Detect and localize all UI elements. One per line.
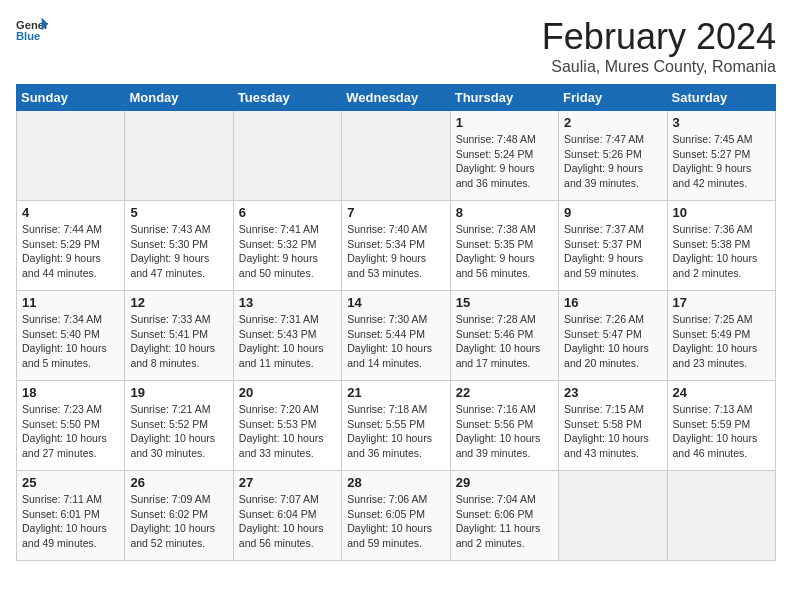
calendar-cell: 21Sunrise: 7:18 AMSunset: 5:55 PMDayligh…	[342, 381, 450, 471]
day-number: 27	[239, 475, 336, 490]
day-number: 16	[564, 295, 661, 310]
day-info: Sunrise: 7:18 AMSunset: 5:55 PMDaylight:…	[347, 402, 444, 461]
calendar-cell: 12Sunrise: 7:33 AMSunset: 5:41 PMDayligh…	[125, 291, 233, 381]
day-number: 6	[239, 205, 336, 220]
day-info: Sunrise: 7:04 AMSunset: 6:06 PMDaylight:…	[456, 492, 553, 551]
calendar-cell: 16Sunrise: 7:26 AMSunset: 5:47 PMDayligh…	[559, 291, 667, 381]
day-info: Sunrise: 7:06 AMSunset: 6:05 PMDaylight:…	[347, 492, 444, 551]
day-number: 1	[456, 115, 553, 130]
calendar-cell: 6Sunrise: 7:41 AMSunset: 5:32 PMDaylight…	[233, 201, 341, 291]
calendar-cell: 26Sunrise: 7:09 AMSunset: 6:02 PMDayligh…	[125, 471, 233, 561]
calendar-cell: 2Sunrise: 7:47 AMSunset: 5:26 PMDaylight…	[559, 111, 667, 201]
day-header-tuesday: Tuesday	[233, 85, 341, 111]
location-title: Saulia, Mures County, Romania	[542, 58, 776, 76]
calendar-cell: 13Sunrise: 7:31 AMSunset: 5:43 PMDayligh…	[233, 291, 341, 381]
day-info: Sunrise: 7:15 AMSunset: 5:58 PMDaylight:…	[564, 402, 661, 461]
day-info: Sunrise: 7:37 AMSunset: 5:37 PMDaylight:…	[564, 222, 661, 281]
day-info: Sunrise: 7:26 AMSunset: 5:47 PMDaylight:…	[564, 312, 661, 371]
day-number: 19	[130, 385, 227, 400]
day-header-friday: Friday	[559, 85, 667, 111]
logo: General Blue	[16, 16, 48, 44]
calendar-cell: 23Sunrise: 7:15 AMSunset: 5:58 PMDayligh…	[559, 381, 667, 471]
page-header: General Blue February 2024 Saulia, Mures…	[16, 16, 776, 76]
day-info: Sunrise: 7:44 AMSunset: 5:29 PMDaylight:…	[22, 222, 119, 281]
calendar-cell: 19Sunrise: 7:21 AMSunset: 5:52 PMDayligh…	[125, 381, 233, 471]
calendar-cell: 18Sunrise: 7:23 AMSunset: 5:50 PMDayligh…	[17, 381, 125, 471]
day-header-thursday: Thursday	[450, 85, 558, 111]
calendar-cell: 14Sunrise: 7:30 AMSunset: 5:44 PMDayligh…	[342, 291, 450, 381]
calendar-week-row: 11Sunrise: 7:34 AMSunset: 5:40 PMDayligh…	[17, 291, 776, 381]
calendar-cell: 9Sunrise: 7:37 AMSunset: 5:37 PMDaylight…	[559, 201, 667, 291]
calendar-cell: 20Sunrise: 7:20 AMSunset: 5:53 PMDayligh…	[233, 381, 341, 471]
day-number: 21	[347, 385, 444, 400]
calendar-cell	[667, 471, 775, 561]
calendar-cell: 10Sunrise: 7:36 AMSunset: 5:38 PMDayligh…	[667, 201, 775, 291]
calendar-cell: 22Sunrise: 7:16 AMSunset: 5:56 PMDayligh…	[450, 381, 558, 471]
calendar-cell: 11Sunrise: 7:34 AMSunset: 5:40 PMDayligh…	[17, 291, 125, 381]
day-number: 13	[239, 295, 336, 310]
day-info: Sunrise: 7:21 AMSunset: 5:52 PMDaylight:…	[130, 402, 227, 461]
day-number: 7	[347, 205, 444, 220]
calendar-cell: 24Sunrise: 7:13 AMSunset: 5:59 PMDayligh…	[667, 381, 775, 471]
day-number: 20	[239, 385, 336, 400]
day-number: 17	[673, 295, 770, 310]
calendar-cell: 1Sunrise: 7:48 AMSunset: 5:24 PMDaylight…	[450, 111, 558, 201]
day-header-wednesday: Wednesday	[342, 85, 450, 111]
calendar-table: SundayMondayTuesdayWednesdayThursdayFrid…	[16, 84, 776, 561]
calendar-cell: 27Sunrise: 7:07 AMSunset: 6:04 PMDayligh…	[233, 471, 341, 561]
month-title: February 2024	[542, 16, 776, 58]
calendar-cell	[125, 111, 233, 201]
calendar-cell: 7Sunrise: 7:40 AMSunset: 5:34 PMDaylight…	[342, 201, 450, 291]
day-number: 22	[456, 385, 553, 400]
calendar-cell: 17Sunrise: 7:25 AMSunset: 5:49 PMDayligh…	[667, 291, 775, 381]
day-number: 12	[130, 295, 227, 310]
day-header-monday: Monday	[125, 85, 233, 111]
day-number: 23	[564, 385, 661, 400]
day-number: 3	[673, 115, 770, 130]
calendar-week-row: 25Sunrise: 7:11 AMSunset: 6:01 PMDayligh…	[17, 471, 776, 561]
day-info: Sunrise: 7:45 AMSunset: 5:27 PMDaylight:…	[673, 132, 770, 191]
calendar-week-row: 1Sunrise: 7:48 AMSunset: 5:24 PMDaylight…	[17, 111, 776, 201]
day-number: 15	[456, 295, 553, 310]
calendar-cell	[342, 111, 450, 201]
day-number: 18	[22, 385, 119, 400]
calendar-cell: 29Sunrise: 7:04 AMSunset: 6:06 PMDayligh…	[450, 471, 558, 561]
day-number: 11	[22, 295, 119, 310]
calendar-cell: 4Sunrise: 7:44 AMSunset: 5:29 PMDaylight…	[17, 201, 125, 291]
day-info: Sunrise: 7:38 AMSunset: 5:35 PMDaylight:…	[456, 222, 553, 281]
day-info: Sunrise: 7:11 AMSunset: 6:01 PMDaylight:…	[22, 492, 119, 551]
day-info: Sunrise: 7:30 AMSunset: 5:44 PMDaylight:…	[347, 312, 444, 371]
day-info: Sunrise: 7:40 AMSunset: 5:34 PMDaylight:…	[347, 222, 444, 281]
calendar-cell: 28Sunrise: 7:06 AMSunset: 6:05 PMDayligh…	[342, 471, 450, 561]
day-number: 5	[130, 205, 227, 220]
day-number: 10	[673, 205, 770, 220]
calendar-cell: 8Sunrise: 7:38 AMSunset: 5:35 PMDaylight…	[450, 201, 558, 291]
day-info: Sunrise: 7:20 AMSunset: 5:53 PMDaylight:…	[239, 402, 336, 461]
calendar-cell: 25Sunrise: 7:11 AMSunset: 6:01 PMDayligh…	[17, 471, 125, 561]
day-number: 4	[22, 205, 119, 220]
day-info: Sunrise: 7:23 AMSunset: 5:50 PMDaylight:…	[22, 402, 119, 461]
day-info: Sunrise: 7:07 AMSunset: 6:04 PMDaylight:…	[239, 492, 336, 551]
day-number: 28	[347, 475, 444, 490]
title-area: February 2024 Saulia, Mures County, Roma…	[542, 16, 776, 76]
calendar-cell	[17, 111, 125, 201]
day-number: 14	[347, 295, 444, 310]
calendar-cell	[559, 471, 667, 561]
svg-text:Blue: Blue	[16, 30, 40, 42]
day-info: Sunrise: 7:09 AMSunset: 6:02 PMDaylight:…	[130, 492, 227, 551]
day-info: Sunrise: 7:43 AMSunset: 5:30 PMDaylight:…	[130, 222, 227, 281]
day-info: Sunrise: 7:28 AMSunset: 5:46 PMDaylight:…	[456, 312, 553, 371]
day-number: 9	[564, 205, 661, 220]
logo-icon: General Blue	[16, 16, 48, 44]
day-number: 25	[22, 475, 119, 490]
calendar-week-row: 4Sunrise: 7:44 AMSunset: 5:29 PMDaylight…	[17, 201, 776, 291]
day-info: Sunrise: 7:25 AMSunset: 5:49 PMDaylight:…	[673, 312, 770, 371]
day-info: Sunrise: 7:34 AMSunset: 5:40 PMDaylight:…	[22, 312, 119, 371]
calendar-cell	[233, 111, 341, 201]
day-info: Sunrise: 7:36 AMSunset: 5:38 PMDaylight:…	[673, 222, 770, 281]
day-info: Sunrise: 7:16 AMSunset: 5:56 PMDaylight:…	[456, 402, 553, 461]
day-number: 2	[564, 115, 661, 130]
day-info: Sunrise: 7:48 AMSunset: 5:24 PMDaylight:…	[456, 132, 553, 191]
day-info: Sunrise: 7:41 AMSunset: 5:32 PMDaylight:…	[239, 222, 336, 281]
day-number: 24	[673, 385, 770, 400]
